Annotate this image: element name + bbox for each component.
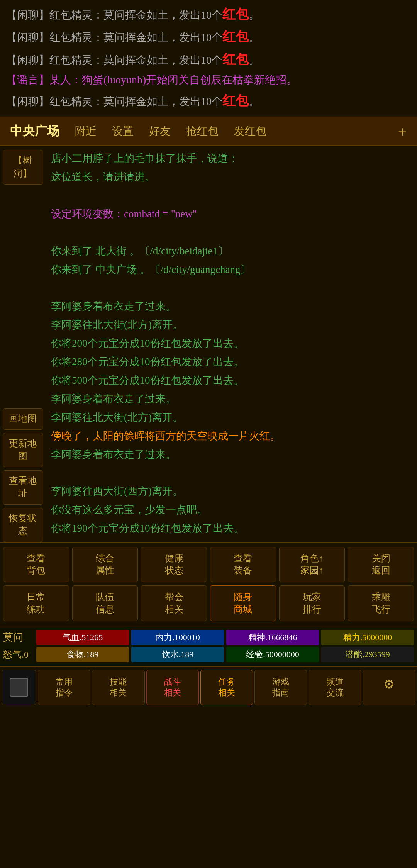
bottom-nav: 常用指令 技能相关 战斗相关 任务相关 游戏指南 频道交流 ⚙ xyxy=(0,666,417,708)
status-exp: 经验.50000000 xyxy=(226,647,319,662)
log-line: 店小二用脖子上的毛巾抹了抹手，说道： xyxy=(51,150,412,168)
btn-attributes[interactable]: 综合属性 xyxy=(72,547,138,582)
nav-common[interactable]: 常用指令 xyxy=(38,670,90,705)
log-line: 李阿婆往北大街(北方)离开。 xyxy=(51,409,412,427)
tab-bar: 中央广场 附近 设置 好友 抢红包 发红包 ＋ xyxy=(0,117,417,146)
log-line: 李阿婆身着布衣走了过来。 xyxy=(51,298,412,315)
nav-fight[interactable]: 战斗相关 xyxy=(146,670,199,705)
chat-line-2: 【闲聊】红包精灵：莫问挥金如土，发出10个红包。 xyxy=(6,26,411,47)
tab-settings[interactable]: 设置 xyxy=(105,121,141,142)
log-line: 李阿婆身着布衣走了过来。 xyxy=(51,446,412,464)
btn-equipment[interactable]: 查看装备 xyxy=(210,547,276,582)
action-row-2: 日常练功 队伍信息 帮会相关 随身商城 玩家排行 乘雕飞行 xyxy=(3,585,414,621)
nav-settings[interactable]: ⚙ xyxy=(363,670,415,705)
status-hp: 气血.51265 xyxy=(36,630,129,645)
chat-line-5: 【闲聊】红包精灵：莫问挥金如土，发出10个红包。 xyxy=(6,90,411,111)
log-line: 你将200个元宝分成10份红包发放了出去。 xyxy=(51,335,412,353)
log-line: 傍晚了，太阳的馀晖将西方的天空映成一片火红。 xyxy=(51,427,412,445)
status-water: 饮水.189 xyxy=(131,647,224,662)
status-row-2: 怒气.0 食物.189 饮水.189 经验.50000000 潜能.293599 xyxy=(3,647,414,662)
log-line xyxy=(51,187,412,205)
btn-fly[interactable]: 乘雕飞行 xyxy=(348,585,414,621)
nav-channel[interactable]: 频道交流 xyxy=(309,670,361,705)
game-log: 店小二用脖子上的毛巾抹了抹手，说道： 这位道长，请进请进。 设定环境变数：com… xyxy=(46,146,417,542)
btn-ranking[interactable]: 玩家排行 xyxy=(279,585,345,621)
chat-line-1: 【闲聊】红包精灵：莫问挥金如土，发出10个红包。 xyxy=(6,4,411,25)
log-line: 设定环境变数：combatd = "new" xyxy=(51,205,412,223)
status-row-1: 莫问 气血.51265 内力.100010 精神.1666846 精力.5000… xyxy=(3,630,414,645)
status-spirit: 精神.1666846 xyxy=(226,630,319,645)
action-grid: 查看背包 综合属性 健康状态 查看装备 角色↑家园↑ 关闭返回 日常练功 队伍信… xyxy=(0,542,417,627)
btn-guild[interactable]: 帮会相关 xyxy=(141,585,207,621)
log-line: 李阿婆往西大街(西方)离开。 xyxy=(51,483,412,500)
restore-button[interactable]: 恢复状态 xyxy=(3,508,43,542)
log-line: 你没有这么多元宝，少发一点吧。 xyxy=(51,501,412,519)
status-bar: 莫问 气血.51265 内力.100010 精神.1666846 精力.5000… xyxy=(0,627,417,666)
btn-backpack[interactable]: 查看背包 xyxy=(3,547,69,582)
log-line: 你将190个元宝分成10份红包发放了出去。 xyxy=(51,520,412,537)
btn-shop[interactable]: 随身商城 xyxy=(210,585,276,621)
log-line: 你将280个元宝分成10份红包发放了出去。 xyxy=(51,353,412,371)
update-map-button[interactable]: 更新地图 xyxy=(3,433,43,467)
tab-grab-redpacket[interactable]: 抢红包 xyxy=(179,121,225,142)
btn-health[interactable]: 健康状态 xyxy=(141,547,207,582)
log-line xyxy=(51,465,412,482)
log-line xyxy=(51,224,412,242)
btn-team[interactable]: 队伍信息 xyxy=(72,585,138,621)
action-row-1: 查看背包 综合属性 健康状态 查看装备 角色↑家园↑ 关闭返回 xyxy=(3,547,414,582)
btn-character[interactable]: 角色↑家园↑ xyxy=(279,547,345,582)
input-icon xyxy=(10,678,28,697)
chat-area: 【闲聊】红包精灵：莫问挥金如土，发出10个红包。 【闲聊】红包精灵：莫问挥金如土… xyxy=(0,0,417,117)
main-area: 【树洞】 画地图 更新地图 查看地址 恢复状态 店小二用脖子上的毛巾抹了抹手，说… xyxy=(0,146,417,542)
nav-game-guide[interactable]: 游戏指南 xyxy=(254,670,307,705)
player-name: 莫问 xyxy=(3,631,34,644)
log-line: 这位道长，请进请进。 xyxy=(51,168,412,186)
status-mp: 内力.100010 xyxy=(131,630,224,645)
input-button[interactable] xyxy=(2,670,36,705)
nav-task[interactable]: 任务相关 xyxy=(200,670,253,705)
btn-daily[interactable]: 日常练功 xyxy=(3,585,69,621)
log-line: 你来到了 中央广场 。〔/d/city/guangchang〕 xyxy=(51,261,412,279)
draw-map-button[interactable]: 画地图 xyxy=(3,408,43,430)
tab-nearby[interactable]: 附近 xyxy=(68,121,103,142)
tab-send-redpacket[interactable]: 发红包 xyxy=(227,121,273,142)
tab-add-button[interactable]: ＋ xyxy=(391,120,414,142)
status-potential: 潜能.293599 xyxy=(321,647,414,662)
log-line xyxy=(51,280,412,297)
tree-hole-button[interactable]: 【树洞】 xyxy=(3,150,43,184)
chat-line-4: 【谣言】某人：狗蛋(luoyunb)开始闭关自创辰在枯拳新绝招。 xyxy=(6,71,411,89)
left-sidebar: 【树洞】 画地图 更新地图 查看地址 恢复状态 xyxy=(0,146,46,542)
log-line: 你来到了 北大街 。〔/d/city/beidajie1〕 xyxy=(51,242,412,260)
status-food: 食物.189 xyxy=(36,647,129,662)
status-power: 精力.5000000 xyxy=(321,630,414,645)
check-addr-button[interactable]: 查看地址 xyxy=(3,470,43,505)
tab-friends[interactable]: 好友 xyxy=(142,121,178,142)
nav-skill[interactable]: 技能相关 xyxy=(92,670,144,705)
log-line: 李阿婆往北大街(北方)离开。 xyxy=(51,316,412,334)
tab-central-plaza[interactable]: 中央广场 xyxy=(3,120,66,143)
log-line: 你将500个元宝分成10份红包发放了出去。 xyxy=(51,372,412,390)
log-line: 李阿婆身着布衣走了过来。 xyxy=(51,390,412,408)
status-anger: 怒气.0 xyxy=(3,648,34,661)
btn-close[interactable]: 关闭返回 xyxy=(348,547,414,582)
chat-line-3: 【闲聊】红包精灵：莫问挥金如土，发出10个红包。 xyxy=(6,49,411,70)
